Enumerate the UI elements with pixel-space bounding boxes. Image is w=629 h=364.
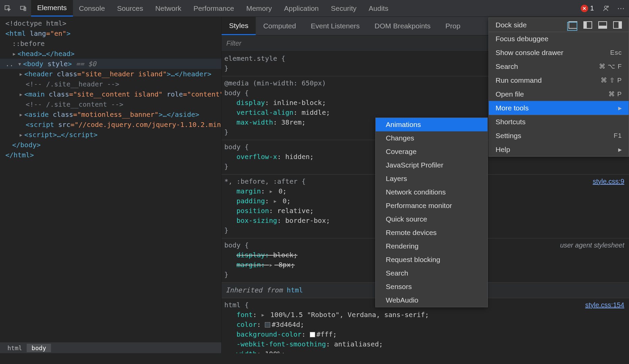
dom-node[interactable]: <aside class="motionless__banner">…</asi…: [5, 109, 219, 120]
submenu-item-coverage[interactable]: Coverage: [376, 145, 487, 158]
panel-tab-sources[interactable]: Sources: [111, 0, 149, 17]
submenu-item-rendering[interactable]: Rendering: [376, 239, 487, 253]
feedback-icon[interactable]: [598, 0, 613, 17]
css-declaration[interactable]: background-color: #fff;: [224, 330, 625, 339]
submenu-item-animations[interactable]: Animations: [376, 118, 487, 131]
dom-node[interactable]: <html lang="en">: [5, 28, 219, 38]
breadcrumb-item[interactable]: html: [3, 344, 27, 352]
more-tools-submenu: AnimationsChangesCoverageJavaScript Prof…: [375, 118, 488, 307]
dock-right-icon[interactable]: [613, 21, 622, 29]
dom-node[interactable]: <!-- /.site__header -->: [5, 79, 219, 89]
submenu-item-javascript-profiler[interactable]: JavaScript Profiler: [376, 158, 487, 172]
submenu-item-network-conditions[interactable]: Network conditions: [376, 185, 487, 199]
menu-item-show-console-drawer[interactable]: Show console drawerEsc: [489, 46, 629, 59]
menu-item-shortcuts[interactable]: Shortcuts: [489, 115, 629, 129]
kebab-menu-icon[interactable]: ⋯: [613, 0, 629, 17]
submenu-item-changes[interactable]: Changes: [376, 131, 487, 145]
error-icon: ✕: [581, 5, 588, 12]
dom-tree[interactable]: <!doctype html> <html lang="en"> ::befor…: [0, 17, 221, 342]
panel-tab-security[interactable]: Security: [325, 0, 362, 17]
menu-item-open-file[interactable]: Open file⌘ P: [489, 87, 629, 101]
panel-tab-network[interactable]: Network: [149, 0, 187, 17]
svg-rect-0: [5, 5, 9, 9]
dom-node[interactable]: <head>…</head>: [5, 49, 219, 59]
dom-node[interactable]: ::before: [5, 38, 219, 49]
error-count: 1: [590, 4, 594, 12]
submenu-item-sensors[interactable]: Sensors: [376, 280, 487, 293]
dock-undock-icon[interactable]: [569, 21, 577, 29]
css-declaration[interactable]: color: #3d464d;: [224, 320, 625, 330]
dom-node[interactable]: <!-- /.site__content -->: [5, 99, 219, 109]
panel-tab-performance[interactable]: Performance: [187, 0, 240, 17]
menu-item-help[interactable]: Help: [489, 142, 629, 156]
dom-node-selected[interactable]: .. <body style> == $0: [0, 59, 233, 69]
submenu-item-webaudio[interactable]: WebAudio: [376, 293, 487, 307]
submenu-item-quick-source[interactable]: Quick source: [376, 212, 487, 226]
submenu-item-performance-monitor[interactable]: Performance monitor: [376, 199, 487, 212]
breadcrumb: html body: [0, 342, 221, 353]
panel-tab-elements[interactable]: Elements: [31, 0, 73, 17]
dock-left-icon[interactable]: [583, 21, 592, 29]
css-declaration[interactable]: -webkit-font-smoothing: antialiased;: [224, 339, 625, 349]
source-link[interactable]: style.css:9: [593, 177, 624, 186]
devtools-toolbar: ElementsConsoleSourcesNetworkPerformance…: [0, 0, 629, 17]
sidebar-tab-dom-breakpoints[interactable]: DOM Breakpoints: [367, 17, 438, 35]
menu-item-settings[interactable]: SettingsF1: [489, 129, 629, 142]
submenu-item-layers[interactable]: Layers: [376, 172, 487, 185]
panel-tab-console[interactable]: Console: [73, 0, 111, 17]
inspect-element-icon[interactable]: [0, 0, 16, 17]
menu-item-run-command[interactable]: Run command⌘ ⇧ P: [489, 73, 629, 87]
sidebar-tab-styles[interactable]: Styles: [222, 17, 256, 35]
css-declaration[interactable]: width: 100%;: [224, 349, 625, 353]
svg-point-3: [604, 6, 607, 8]
sidebar-tab-prop[interactable]: Prop: [438, 17, 468, 35]
panel-tab-memory[interactable]: Memory: [240, 0, 278, 17]
ua-stylesheet-label: user agent stylesheet: [560, 240, 624, 250]
submenu-item-search[interactable]: Search: [376, 266, 487, 280]
css-declaration[interactable]: font: ▸ 100%/1.5 "Roboto", Verdana, sans…: [224, 310, 625, 320]
dom-node[interactable]: <header class="site__header island">…</h…: [5, 69, 219, 79]
dock-bottom-icon[interactable]: [598, 21, 607, 29]
device-toolbar-icon[interactable]: [16, 0, 31, 17]
svg-point-4: [607, 6, 609, 7]
sidebar-tab-event-listeners[interactable]: Event Listeners: [303, 17, 367, 35]
dock-side-label: Dock side: [496, 21, 527, 29]
panel-tabs: ElementsConsoleSourcesNetworkPerformance…: [31, 0, 395, 17]
submenu-item-remote-devices[interactable]: Remote devices: [376, 226, 487, 239]
dom-node[interactable]: <!doctype html>: [5, 18, 219, 28]
main-menu: Dock side Focus debuggeeShow console dra…: [488, 18, 629, 157]
error-count-badge[interactable]: ✕ 1: [577, 4, 598, 12]
menu-item-more-tools[interactable]: More tools: [489, 101, 629, 115]
dock-side-row: Dock side: [489, 18, 629, 32]
panel-tab-application[interactable]: Application: [278, 0, 325, 17]
dom-node[interactable]: </html>: [5, 150, 219, 160]
dom-node[interactable]: <script>…</script>: [5, 130, 219, 140]
dom-node[interactable]: <main class="site__content island" role=…: [5, 89, 219, 99]
elements-panel: <!doctype html> <html lang="en"> ::befor…: [0, 17, 221, 353]
dom-node[interactable]: </body>: [5, 140, 219, 150]
submenu-item-request-blocking[interactable]: Request blocking: [376, 253, 487, 266]
menu-item-search[interactable]: Search⌘ ⌥ F: [489, 59, 629, 73]
panel-tab-audits[interactable]: Audits: [362, 0, 394, 17]
breadcrumb-item[interactable]: body: [27, 344, 51, 352]
sidebar-tab-computed[interactable]: Computed: [256, 17, 303, 35]
menu-item-focus-debuggee[interactable]: Focus debuggee: [489, 32, 629, 46]
source-link[interactable]: style.css:154: [585, 300, 624, 310]
dom-node[interactable]: <script src="//code.jquery.com/jquery-1.…: [5, 120, 219, 130]
